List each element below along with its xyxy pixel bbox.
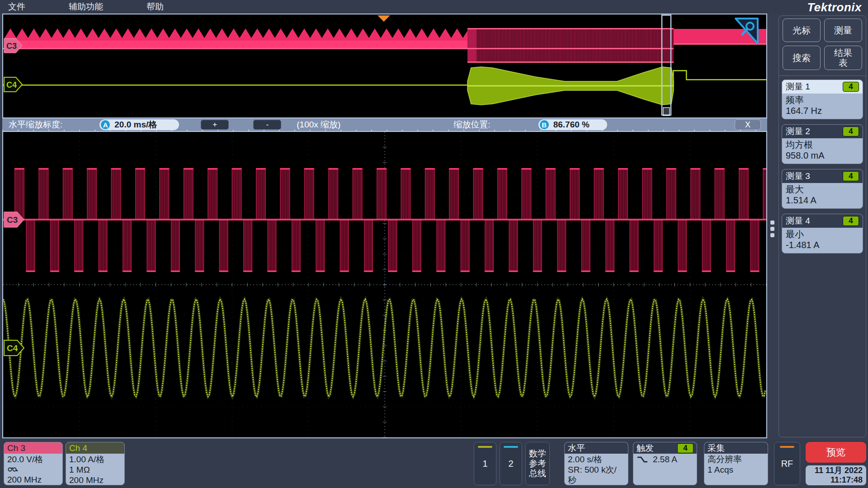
source-channel-badge: 4 (843, 82, 859, 92)
channel-1-color-strip (478, 446, 492, 448)
rf-button[interactable]: RF (774, 442, 800, 485)
channel-2-label: 2 (508, 459, 513, 469)
svg-text:C4: C4 (7, 343, 18, 353)
measurement-title: 测量 2 (786, 126, 810, 137)
measurement-title: 测量 3 (786, 170, 810, 182)
main-c3-badge[interactable]: C3 (4, 211, 24, 228)
source-channel-badge: 4 (843, 171, 859, 181)
svg-text:C4: C4 (6, 80, 17, 89)
measurement-label: 最小 (786, 229, 859, 239)
acquisition-panel[interactable]: 采集 高分辨率 1 Acqs (704, 442, 768, 485)
acquisition-mode: 高分辨率 (708, 454, 764, 465)
panel-drag-handle[interactable] (770, 221, 775, 239)
results-sidebar: 光标 测量 搜索 结果 表 测量 1 4 频率 164.7 Hz 测量 2 4 … (778, 15, 866, 437)
trigger-source-badge: 4 (677, 443, 693, 453)
measurement-title: 测量 4 (786, 215, 810, 227)
zoom-scale-label: 水平缩放标度: (9, 119, 62, 131)
rf-label: RF (781, 459, 793, 469)
measure-button[interactable]: 测量 (824, 19, 862, 42)
measurement-value: 958.0 mA (786, 150, 859, 161)
source-channel-badge: 4 (843, 127, 859, 136)
knob-a[interactable]: A (101, 120, 110, 129)
main-c4-badge[interactable]: C4 (4, 340, 24, 356)
measurement-card-4[interactable]: 测量 4 4 最小 -1.481 A (782, 214, 863, 253)
tektronix-logo: Tektronix (807, 0, 862, 14)
zoom-out-button[interactable]: - (253, 120, 281, 130)
menu-help[interactable]: 帮助 (138, 1, 172, 13)
search-button[interactable]: 搜索 (783, 46, 821, 70)
measurement-value: -1.481 A (786, 239, 859, 250)
channel-name: Ch 4 (69, 443, 87, 453)
measurement-title: 测量 1 (786, 81, 810, 93)
add-channel-1-button[interactable]: 1 (474, 442, 496, 485)
channel-name: Ch 3 (7, 443, 25, 453)
math-ref-bus-button[interactable]: 数学 参考 总线 (525, 442, 550, 485)
channel-1-label: 1 (482, 459, 487, 469)
measurement-label: 频率 (786, 94, 859, 105)
measurement-value: 164.7 Hz (786, 105, 859, 116)
cursors-button[interactable]: 光标 (783, 19, 821, 42)
channel-scale: 20.0 V/格 (7, 454, 59, 465)
measurement-label: 均方根 (786, 139, 859, 150)
trigger-level: 2.58 A (653, 454, 677, 465)
overview-waveforms (3, 14, 766, 117)
rf-color-strip (780, 446, 794, 448)
measurement-card-3[interactable]: 测量 3 4 最大 1.514 A (782, 169, 863, 209)
zoom-scale-value: 20.0 ms/格 (114, 119, 157, 131)
zoom-overview-flag-icon[interactable] (734, 17, 760, 46)
measurement-list: 测量 1 4 频率 164.7 Hz 测量 2 4 均方根 958.0 mA 测… (779, 76, 866, 262)
horizontal-panel[interactable]: 水平 2.00 s/格 SR: 500 k次/秒 RL: 10 Mpts (564, 442, 628, 485)
sample-rate: SR: 500 k次/秒 (568, 465, 625, 485)
measurement-card-2[interactable]: 测量 2 4 均方根 958.0 mA (782, 124, 863, 164)
results-table-button[interactable]: 结果 表 (824, 46, 862, 70)
menu-file[interactable]: 文件 (0, 1, 33, 13)
acquisition-count: 1 Acqs (708, 465, 764, 475)
channel-bandwidth: 200 MHz (69, 475, 121, 485)
preview-button[interactable]: 预览 (806, 442, 866, 463)
ref-label: 参考 (529, 459, 546, 469)
channel-2-color-strip (504, 446, 518, 448)
menu-bar: 文件 辅助功能 帮助 (0, 0, 868, 14)
zoom-in-button[interactable]: + (201, 120, 229, 130)
time-text: 11:17:48 (830, 475, 863, 485)
horizontal-scale: 2.00 s/格 (568, 454, 625, 465)
add-channel-2-button[interactable]: 2 (500, 442, 522, 485)
bus-label: 总线 (529, 469, 546, 479)
zoom-position-value: 86.760 % (553, 120, 590, 130)
sidebar-buttons: 光标 测量 搜索 结果 表 (779, 16, 866, 76)
zoom-scale-control[interactable]: A 20.0 ms/格 (99, 119, 179, 130)
svg-text:C3: C3 (6, 42, 17, 51)
acquisition-title: 采集 (708, 442, 725, 454)
measurement-card-1[interactable]: 测量 1 4 频率 164.7 Hz (782, 80, 863, 119)
menu-utility[interactable]: 辅助功能 (61, 1, 111, 13)
horizontal-title: 水平 (568, 442, 585, 454)
channel-3-badge[interactable]: Ch 3 20.0 V/格 200 MHz (4, 442, 63, 485)
source-channel-badge: 4 (843, 216, 859, 226)
datetime-display: 11 11月 2022 11:17:48 (806, 465, 866, 485)
zoom-control-bar: 水平缩放标度: A 20.0 ms/格 + - (100x 缩放) 缩放位置: … (2, 118, 767, 131)
probe-icon (7, 465, 59, 474)
date-text: 11 11月 2022 (815, 466, 863, 475)
main-waveforms (3, 132, 766, 437)
math-label: 数学 (529, 449, 546, 459)
measurement-label: 最大 (786, 184, 859, 195)
zoom-position-label: 缩放位置: (453, 119, 490, 131)
main-waveform-display[interactable]: C3 C4 (2, 131, 767, 438)
bottom-status-bar: Ch 3 20.0 V/格 200 MHz Ch 4 1.00 A/格 1 MΩ… (0, 441, 868, 488)
acquisition-overview[interactable]: C3 C4 (2, 14, 767, 118)
zoom-position-control[interactable]: B 86.760 % (538, 119, 607, 130)
channel-impedance: 1 MΩ (69, 465, 121, 475)
zoom-close-button[interactable]: X (735, 119, 761, 130)
falling-edge-icon (637, 455, 648, 464)
channel-4-badge[interactable]: Ch 4 1.00 A/格 1 MΩ 200 MHz (66, 442, 125, 485)
svg-text:C3: C3 (7, 215, 18, 225)
channel-bandwidth: 200 MHz (7, 474, 59, 485)
overview-c3-badge[interactable]: C3 (4, 38, 23, 53)
measurement-value: 1.514 A (786, 195, 859, 206)
trigger-title: 触发 (637, 442, 654, 454)
channel-scale: 1.00 A/格 (69, 454, 121, 465)
overview-c4-badge[interactable]: C4 (4, 77, 23, 92)
knob-b[interactable]: B (540, 120, 549, 129)
trigger-panel[interactable]: 触发 4 2.58 A (633, 442, 697, 485)
zoom-factor-label: (100x 缩放) (297, 119, 340, 131)
